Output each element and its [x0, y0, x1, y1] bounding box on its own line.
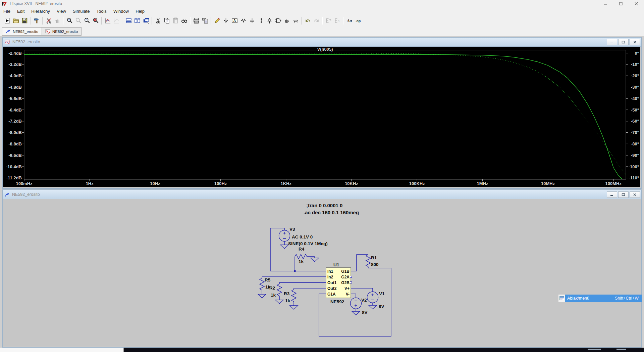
x-tick-label: 1KHz: [281, 181, 292, 186]
zoom-out-icon[interactable]: [83, 16, 91, 25]
tile-horizontal-icon[interactable]: [133, 16, 142, 25]
tab-label: NE592_erosito: [52, 30, 78, 34]
rotate-icon: 3: [333, 16, 341, 25]
v2-source-symbol[interactable]: [351, 298, 362, 309]
v2-value: 8V: [362, 310, 368, 315]
menu-view[interactable]: View: [53, 8, 69, 14]
save-icon[interactable]: [20, 16, 29, 25]
zoom-in-icon[interactable]: [65, 16, 74, 25]
x-tick-label: 10Hz: [150, 181, 160, 186]
toolbar-separator: [101, 17, 102, 25]
svg-text:In2: In2: [327, 275, 333, 279]
y-right-tick-label: -90°: [631, 153, 639, 158]
run-icon[interactable]: [3, 16, 11, 25]
print-icon[interactable]: [192, 16, 201, 25]
halt-icon[interactable]: [44, 16, 53, 25]
plot-pane-border: [24, 50, 626, 179]
v3-ref: V3: [289, 227, 295, 232]
menu-help[interactable]: Help: [132, 8, 148, 14]
find-icon[interactable]: [180, 16, 189, 25]
r2-resistor-symbol[interactable]: [277, 284, 282, 296]
x-tick-label: 1Hz: [86, 181, 94, 186]
os-minimize-button[interactable]: [598, 0, 613, 7]
y-left-tick-label: -9.6dB: [8, 153, 22, 158]
v1-source-symbol[interactable]: [367, 292, 378, 303]
y-right-tick-label: -40°: [631, 96, 639, 101]
magnitude-trace: [24, 54, 627, 183]
copy-icon[interactable]: [162, 16, 171, 25]
y-right-tick-label: -100°: [629, 164, 639, 169]
toolbar-separator: [301, 17, 302, 25]
label-net-icon[interactable]: A: [230, 16, 239, 25]
menu-window[interactable]: Window: [110, 8, 132, 14]
schematic-close-button[interactable]: [630, 191, 640, 198]
r1-resistor-symbol[interactable]: [366, 255, 371, 267]
waveform-window-titlebar[interactable]: NE592_erosito: [3, 38, 641, 47]
svg-text:Out2: Out2: [327, 286, 337, 291]
r4-value: 1k: [299, 259, 304, 264]
zoom-full-extents-icon[interactable]: [91, 16, 100, 25]
schematic-minimize-button[interactable]: [607, 191, 617, 198]
r3-resistor-symbol[interactable]: [291, 290, 296, 302]
y-right-tick-label: -30°: [631, 85, 639, 90]
menu-hierarchy[interactable]: Hierarchy: [28, 8, 53, 14]
y-left-tick-label: -2.4dB: [8, 51, 22, 56]
y-left-tick-label: -7.2dB: [8, 119, 22, 124]
tab-schematic[interactable]: NE592_erosito: [2, 27, 42, 36]
menu-tools[interactable]: Tools: [93, 8, 110, 14]
diode-icon[interactable]: [265, 16, 274, 25]
drag-icon[interactable]: [291, 16, 300, 25]
plot-settings-icon[interactable]: [103, 16, 112, 25]
capacitor-icon[interactable]: [248, 16, 256, 25]
print-preview-icon[interactable]: [201, 16, 209, 25]
waveform-plot-area[interactable]: -2.4dB-3.2dB-4.0dB-4.8dB-5.6dB-6.4dB-7.2…: [3, 47, 640, 187]
taskbar-search-box[interactable]: [0, 348, 124, 352]
y-left-tick-label: -4.8dB: [8, 85, 22, 90]
cascade-icon[interactable]: [142, 16, 150, 25]
x-tick-label: 10MHz: [541, 181, 555, 186]
schematic-window-titlebar[interactable]: NE592_erosito: [3, 190, 641, 199]
y-left-tick-label: -4.0dB: [8, 73, 22, 78]
u1-g2a-stub: [350, 276, 352, 278]
move-icon[interactable]: [282, 16, 291, 25]
directive-tran[interactable]: ;tran 0 0.0001 0: [306, 203, 342, 208]
waveform-close-button[interactable]: [630, 39, 640, 45]
r3-value: 1k: [285, 298, 290, 303]
trace-legend-v-n005[interactable]: V(n005): [317, 47, 333, 52]
junction-dot: [294, 270, 296, 272]
tile-vertical-icon[interactable]: [124, 16, 133, 25]
tab-waveform[interactable]: NE592_erosito: [42, 27, 82, 36]
menu-file[interactable]: File: [0, 8, 14, 14]
menu-simulate[interactable]: Simulate: [69, 8, 93, 14]
menu-edit[interactable]: Edit: [14, 8, 28, 14]
ground-icon[interactable]: [221, 16, 230, 25]
spice-directive-icon[interactable]: .op: [354, 16, 362, 25]
os-restore-button[interactable]: [613, 0, 629, 7]
toolbar-separator: [322, 17, 323, 25]
open-folder-icon[interactable]: [11, 16, 20, 25]
text-icon[interactable]: Aa: [345, 16, 354, 25]
window-menu-item[interactable]: Ablak/menü Shift+Ctrl+W: [565, 295, 642, 302]
taskbar[interactable]: [0, 348, 644, 352]
cut-icon[interactable]: [154, 16, 162, 25]
os-close-button[interactable]: [629, 0, 644, 7]
y-left-tick-label: -8.0dB: [8, 130, 22, 135]
r5-resistor-symbol[interactable]: [260, 278, 264, 290]
schematic-canvas[interactable]: ;tran 0 0.0001 0 .ac dec 160 0.1 160meg: [3, 199, 640, 346]
tab-label: NE592_erosito: [13, 30, 38, 34]
resistor-icon[interactable]: [239, 16, 248, 25]
r4-resistor-symbol[interactable]: [295, 254, 307, 259]
y-right-tick-label: -70°: [631, 130, 639, 135]
svg-text:V-: V-: [346, 292, 350, 297]
component-icon[interactable]: [274, 16, 282, 25]
control-panel-hammer-icon[interactable]: [32, 16, 41, 25]
waveform-restore-button[interactable]: [618, 39, 629, 45]
directive-ac[interactable]: .ac dec 160 0.1 160meg: [304, 210, 359, 215]
schematic-restore-button[interactable]: [618, 191, 629, 198]
draw-wire-pencil-icon[interactable]: [213, 16, 221, 25]
waveform-minimize-button[interactable]: [607, 39, 617, 45]
x-tick-label: 100KHz: [409, 181, 425, 186]
inductor-icon[interactable]: [256, 16, 265, 25]
undo-icon[interactable]: [303, 16, 312, 25]
svg-text:V+: V+: [344, 286, 350, 291]
